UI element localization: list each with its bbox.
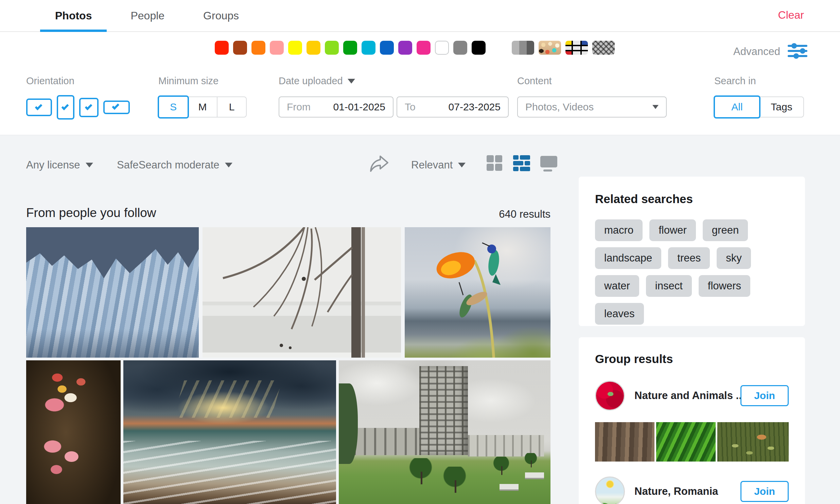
- justified-view-button-active[interactable]: [512, 154, 531, 173]
- safesearch-dropdown[interactable]: SafeSearch moderate: [117, 159, 232, 171]
- orientation-panorama-checkbox[interactable]: [103, 101, 130, 114]
- date-to-value: 07-23-2025: [449, 101, 501, 113]
- sort-dropdown[interactable]: Relevant: [411, 159, 466, 171]
- group-name[interactable]: Nature and Animals ...: [634, 390, 740, 402]
- group-thumb-green-ferns[interactable]: [656, 422, 716, 462]
- color-swatch-yellow[interactable]: [288, 41, 302, 55]
- related-searches-card: Related searches macro flower green land…: [579, 177, 805, 326]
- result-count: 640 results: [499, 208, 550, 220]
- lawn-tree: [491, 456, 511, 476]
- related-tag-macro[interactable]: macro: [595, 219, 643, 241]
- search-in-segmented-control: All Tags: [714, 96, 804, 118]
- color-swatch-gray[interactable]: [453, 41, 467, 55]
- style-swatch-minimal-icon[interactable]: [565, 41, 588, 55]
- content-type-dropdown[interactable]: Photos, Videos: [517, 96, 667, 118]
- sliders-icon: [787, 43, 808, 60]
- date-from-field[interactable]: From 01-01-2025: [279, 96, 393, 118]
- group-row-nature-and-animals[interactable]: Nature and Animals ... Join: [595, 381, 789, 411]
- color-swatch-purple[interactable]: [398, 41, 412, 55]
- color-swatch-blue[interactable]: [380, 41, 394, 55]
- min-size-label: Minimum size: [158, 75, 218, 87]
- style-swatch-patterns-icon[interactable]: [592, 41, 615, 55]
- advanced-toggle[interactable]: Advanced: [733, 43, 808, 60]
- related-tag-flower[interactable]: flower: [649, 219, 696, 241]
- orientation-portrait-checkbox[interactable]: [57, 95, 74, 120]
- single-view-button[interactable]: [539, 154, 558, 173]
- color-swatch-brown[interactable]: [233, 41, 247, 55]
- style-swatch-depth-of-field-icon[interactable]: [539, 41, 561, 55]
- photo-thumbnail-flowers-on-jacket[interactable]: [26, 360, 121, 504]
- chevron-down-icon: [225, 163, 232, 167]
- date-to-field[interactable]: To 07-23-2025: [397, 96, 509, 118]
- orientation-landscape-checkbox[interactable]: [26, 98, 52, 116]
- date-uploaded-label[interactable]: Date uploaded: [279, 75, 355, 87]
- date-to-label: To: [405, 101, 416, 113]
- safesearch-label: SafeSearch moderate: [117, 159, 220, 171]
- orientation-options: [26, 94, 130, 120]
- orientation-square-checkbox[interactable]: [79, 98, 99, 117]
- color-swatch-orange[interactable]: [251, 41, 265, 55]
- style-filter-row: [512, 41, 615, 55]
- photo-thumbnail-hummingbirds-flower[interactable]: [405, 227, 550, 358]
- section-title: From people you follow: [26, 206, 156, 220]
- color-swatch-peach[interactable]: [270, 41, 284, 55]
- color-swatch-cyan[interactable]: [362, 41, 375, 55]
- sort-label: Relevant: [411, 159, 453, 171]
- group-row-nature-romania[interactable]: Nature, Romania Join: [595, 476, 789, 504]
- color-swatch-golden-yellow[interactable]: [307, 41, 320, 55]
- group-name[interactable]: Nature, Romania: [634, 485, 740, 498]
- related-tag-leaves[interactable]: leaves: [595, 303, 644, 325]
- related-tags: macro flower green landscape trees sky w…: [595, 219, 789, 325]
- group-thumb-bird-lily-pond[interactable]: [717, 422, 789, 462]
- color-swatch-yellow-green[interactable]: [325, 41, 339, 55]
- style-swatch-black-and-white-icon[interactable]: [512, 41, 534, 55]
- chevron-down-icon: [458, 163, 466, 167]
- photo-thumbnail-snowy-tree-lake[interactable]: [203, 227, 401, 358]
- join-group-button[interactable]: Join: [740, 481, 789, 502]
- clear-filters-link[interactable]: Clear: [778, 9, 804, 21]
- chevron-down-icon: [652, 105, 659, 109]
- related-tag-water[interactable]: water: [595, 275, 639, 297]
- related-tag-trees[interactable]: trees: [668, 247, 710, 269]
- flickr-search-results-page: Photos People Groups Clear: [0, 0, 840, 504]
- min-size-option-l[interactable]: L: [217, 97, 246, 117]
- min-size-option-s[interactable]: S: [158, 95, 189, 119]
- join-group-button[interactable]: Join: [740, 385, 789, 406]
- tab-photos[interactable]: Photos: [40, 0, 107, 31]
- wave-foam: [123, 441, 336, 504]
- share-button[interactable]: [369, 154, 389, 176]
- view-switcher: [485, 154, 558, 173]
- group-avatar-fly-on-red-berries: [595, 381, 625, 411]
- search-in-option-all[interactable]: All: [714, 95, 760, 119]
- search-in-option-tags[interactable]: Tags: [759, 97, 803, 117]
- color-swatch-red[interactable]: [215, 41, 229, 55]
- lawn-tree: [523, 453, 539, 469]
- building-left-wing: [354, 428, 419, 455]
- color-swatch-magenta[interactable]: [417, 41, 431, 55]
- checkmark-icon: [35, 103, 42, 110]
- tab-people[interactable]: People: [116, 0, 179, 31]
- related-tag-sky[interactable]: sky: [717, 247, 751, 269]
- grid-view-button[interactable]: [485, 154, 504, 173]
- color-swatch-white[interactable]: [435, 41, 449, 55]
- stone-bench: [500, 484, 519, 489]
- related-tag-green[interactable]: green: [703, 219, 748, 241]
- glacier-sky: [26, 227, 199, 280]
- filter-panel: Photos People Groups Clear: [0, 0, 840, 135]
- related-tag-flowers[interactable]: flowers: [699, 275, 750, 297]
- group-thumb-forest-floor[interactable]: [595, 422, 654, 462]
- photo-thumbnail-glacier-ice[interactable]: [26, 227, 199, 358]
- lawn-tree: [440, 467, 469, 495]
- tab-groups[interactable]: Groups: [188, 0, 254, 31]
- photo-thumbnail-storm-seascape[interactable]: [123, 360, 336, 504]
- related-tag-landscape[interactable]: landscape: [595, 247, 661, 269]
- min-size-option-m[interactable]: M: [188, 97, 217, 117]
- grid-view-icon: [486, 154, 503, 172]
- chevron-down-icon: [86, 163, 93, 167]
- color-swatch-black[interactable]: [472, 41, 486, 55]
- tree-branches-illustration: [203, 227, 401, 358]
- color-swatch-green[interactable]: [343, 41, 357, 55]
- related-tag-insect[interactable]: insect: [646, 275, 692, 297]
- photo-thumbnail-brutalist-building[interactable]: [339, 360, 550, 504]
- license-dropdown[interactable]: Any license: [26, 159, 93, 171]
